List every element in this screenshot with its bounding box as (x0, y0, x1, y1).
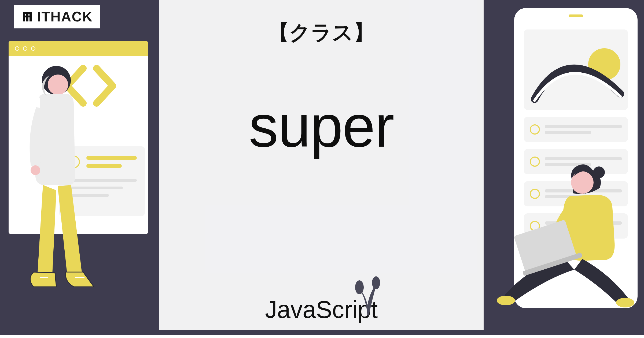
text-line (545, 125, 622, 128)
window-dot (23, 46, 27, 51)
text-line (545, 131, 591, 134)
window-dot (15, 46, 19, 51)
logo-icon (21, 10, 34, 23)
phone-notch (569, 14, 583, 17)
radio-icon (530, 124, 540, 135)
svg-rect-3 (23, 12, 32, 14)
person-standing-illustration (11, 64, 97, 314)
list-item (524, 117, 628, 142)
svg-point-10 (355, 280, 364, 294)
logo-badge: ITHACK (14, 5, 100, 28)
svg-point-11 (372, 276, 380, 289)
card-subtitle: 【クラス】 (268, 19, 374, 47)
svg-point-14 (571, 171, 594, 194)
window-dot (31, 46, 35, 51)
svg-point-18 (616, 298, 634, 307)
phone-hero-image (524, 29, 628, 110)
svg-point-15 (593, 166, 605, 178)
text-line (545, 157, 622, 160)
bottom-border (0, 335, 644, 338)
svg-point-17 (497, 296, 515, 305)
card-main-title: super (249, 92, 394, 160)
browser-titlebar (9, 41, 148, 56)
title-card: 【クラス】 super JavaScript (159, 0, 484, 330)
logo-text: ITHACK (37, 9, 93, 25)
plant-illustration (351, 267, 384, 317)
svg-point-7 (31, 165, 40, 175)
svg-point-6 (48, 75, 68, 95)
svg-rect-4 (23, 16, 32, 17)
person-sitting-illustration (494, 161, 639, 314)
